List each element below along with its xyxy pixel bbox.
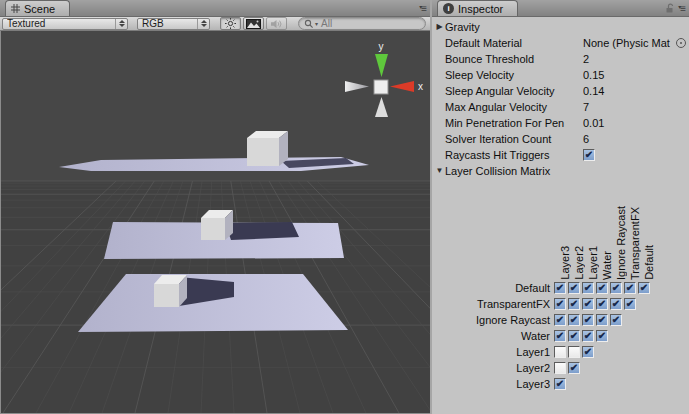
scene-effects-toggle[interactable] — [243, 17, 264, 30]
property-value[interactable]: 0.14 — [583, 85, 689, 97]
matrix-checkbox[interactable]: ✔ — [554, 330, 566, 342]
cube-shadow-middle — [225, 222, 299, 240]
scene-toolbar: Textured RGB — [0, 17, 430, 31]
matrix-checkbox[interactable]: ✔ — [596, 330, 608, 342]
matrix-checkbox[interactable] — [554, 346, 566, 358]
cube-top-platform[interactable] — [247, 131, 288, 166]
scene-viewport[interactable]: y x — [0, 31, 430, 414]
property-row[interactable]: Min Penetration For Pen0.01 — [432, 115, 689, 131]
search-filter-caret-icon[interactable]: ▾ — [315, 20, 318, 27]
matrix-checkbox[interactable]: ✔ — [582, 346, 594, 358]
matrix-title: Layer Collision Matrix — [445, 165, 583, 177]
matrix-checkbox[interactable]: ✔ — [610, 282, 622, 294]
inspector-panel-menu-icon[interactable]: ▾≡ — [678, 2, 685, 14]
property-row[interactable]: Raycasts Hit Triggers✔ — [432, 147, 689, 163]
matrix-checkbox[interactable]: ✔ — [610, 298, 622, 310]
matrix-checkbox[interactable]: ✔ — [568, 330, 580, 342]
property-label: Solver Iteration Count — [445, 133, 583, 145]
property-value[interactable]: None (Physic Mat — [583, 37, 676, 49]
lock-icon[interactable] — [665, 3, 675, 14]
physics-manager-settings: ▶GravityDefault MaterialNone (Physic Mat… — [432, 17, 689, 414]
matrix-checkbox[interactable]: ✔ — [582, 330, 594, 342]
layer-collision-matrix-header[interactable]: ▼ Layer Collision Matrix — [432, 163, 689, 179]
property-value[interactable]: 2 — [583, 53, 689, 65]
matrix-checkbox[interactable]: ✔ — [610, 314, 622, 326]
gizmo-center-cube[interactable] — [374, 80, 388, 94]
matrix-column-label: Ignore Raycast — [615, 206, 627, 280]
matrix-row: Layer1✔ — [432, 344, 689, 360]
property-value[interactable]: 0.15 — [583, 69, 689, 81]
property-row[interactable]: Solver Iteration Count6 — [432, 131, 689, 147]
matrix-row-cells: ✔✔✔✔✔ — [554, 314, 622, 326]
matrix-row: Ignore Raycast✔✔✔✔✔ — [432, 312, 689, 328]
cube-middle-platform[interactable] — [201, 210, 233, 240]
matrix-checkbox[interactable]: ✔ — [568, 282, 580, 294]
unity-editor: Scene ▾≡ Textured RGB — [0, 0, 689, 414]
object-picker-icon[interactable] — [676, 38, 686, 48]
scene-tab-label: Scene — [24, 3, 55, 15]
tab-scene[interactable]: Scene — [5, 0, 70, 16]
scene-search-field[interactable]: ▾ All — [298, 17, 426, 30]
foldout-collapsed-icon[interactable]: ▶ — [434, 19, 445, 35]
property-value[interactable]: 7 — [583, 101, 689, 113]
matrix-row-label: Default — [432, 282, 554, 294]
matrix-row-label: Ignore Raycast — [432, 314, 554, 326]
matrix-row-label: TransparentFX — [432, 298, 554, 310]
shading-mode-value: Textured — [7, 18, 112, 29]
matrix-checkbox[interactable]: ✔ — [554, 298, 566, 310]
matrix-column-label: TransparentFX — [629, 207, 641, 280]
inspector-properties: ▶GravityDefault MaterialNone (Physic Mat… — [432, 19, 689, 163]
matrix-checkbox[interactable]: ✔ — [554, 314, 566, 326]
matrix-checkbox[interactable] — [554, 362, 566, 374]
image-icon — [246, 19, 261, 29]
scene-panel-menu-icon[interactable]: ▾≡ — [419, 2, 426, 14]
matrix-checkbox[interactable]: ✔ — [624, 298, 636, 310]
scene-grid-icon — [11, 4, 20, 13]
property-label: Default Material — [445, 37, 583, 49]
render-channel-dropdown[interactable]: RGB — [137, 18, 210, 30]
property-row[interactable]: Bounce Threshold2 — [432, 51, 689, 67]
cube-bottom-platform[interactable] — [154, 275, 187, 307]
scene-lighting-toggle[interactable] — [220, 17, 241, 30]
axis-x-label: x — [418, 81, 423, 92]
matrix-checkbox[interactable] — [568, 346, 580, 358]
matrix-column-label: Water — [601, 251, 613, 280]
inspector-tabstrip: i Inspector ▾≡ — [432, 0, 689, 17]
property-row[interactable]: Sleep Velocity0.15 — [432, 67, 689, 83]
property-value[interactable]: 6 — [583, 133, 689, 145]
shading-mode-dropdown[interactable]: Textured — [2, 18, 128, 30]
property-value[interactable]: 0.01 — [583, 117, 689, 129]
foldout-open-icon[interactable]: ▼ — [434, 163, 445, 179]
matrix-checkbox[interactable]: ✔ — [596, 298, 608, 310]
matrix-checkbox[interactable]: ✔ — [568, 362, 580, 374]
property-label: Min Penetration For Pen — [445, 117, 583, 129]
matrix-row-cells: ✔ — [554, 362, 580, 374]
property-row[interactable]: ▶Gravity — [432, 19, 689, 35]
matrix-checkbox[interactable]: ✔ — [582, 314, 594, 326]
matrix-checkbox[interactable]: ✔ — [554, 378, 566, 390]
scene-audio-toggle[interactable] — [266, 17, 287, 30]
matrix-column-header: Ignore Raycast — [614, 206, 628, 280]
matrix-checkbox[interactable]: ✔ — [638, 282, 650, 294]
property-row[interactable]: Default MaterialNone (Physic Mat — [432, 35, 689, 51]
matrix-checkbox[interactable]: ✔ — [596, 282, 608, 294]
matrix-checkbox[interactable]: ✔ — [596, 314, 608, 326]
matrix-checkbox[interactable]: ✔ — [554, 282, 566, 294]
matrix-checkbox[interactable]: ✔ — [582, 282, 594, 294]
property-row[interactable]: Sleep Angular Velocity0.14 — [432, 83, 689, 99]
matrix-rows: Default✔✔✔✔✔✔✔TransparentFX✔✔✔✔✔✔Ignore … — [432, 280, 689, 392]
matrix-checkbox[interactable]: ✔ — [624, 282, 636, 294]
tab-inspector[interactable]: i Inspector — [437, 0, 518, 16]
info-icon: i — [443, 3, 454, 14]
matrix-column-header: Water — [600, 251, 614, 280]
matrix-checkbox[interactable]: ✔ — [582, 298, 594, 310]
dropdown-arrows-icon — [116, 20, 127, 27]
matrix-column-headers: Layer3Layer2Layer1WaterIgnore RaycastTra… — [558, 180, 689, 280]
matrix-checkbox[interactable]: ✔ — [568, 298, 580, 310]
matrix-column-header: Default — [642, 245, 656, 280]
property-row[interactable]: Max Angular Velocity7 — [432, 99, 689, 115]
matrix-row-cells: ✔ — [554, 378, 566, 390]
inspector-tab-label: Inspector — [458, 3, 503, 15]
property-checkbox[interactable]: ✔ — [583, 149, 595, 161]
matrix-checkbox[interactable]: ✔ — [568, 314, 580, 326]
